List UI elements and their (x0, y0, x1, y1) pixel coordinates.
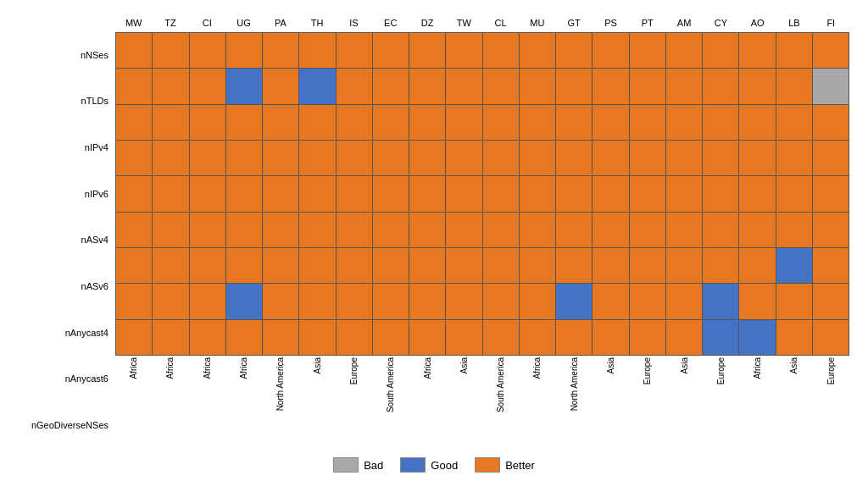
grid-cell (446, 69, 482, 103)
grid-cell (116, 69, 153, 103)
grid-cell (263, 176, 299, 211)
grid-cell (373, 69, 409, 103)
grid-row (116, 213, 849, 248)
grid-cell (630, 176, 666, 211)
grid-cell (373, 248, 409, 283)
x-labels-top: MWTZCIUGPATHISECDZTWCLMUGTPSPTAMCYAOLBFI (115, 14, 849, 32)
grid-cell (666, 33, 703, 68)
grid-cell (409, 105, 446, 140)
legend-label: Bad (364, 459, 383, 472)
grid-cell (666, 141, 703, 175)
grid-cell (116, 33, 153, 68)
grid-cell (813, 33, 849, 68)
legend-color-box (333, 457, 359, 473)
grid-cell (813, 320, 849, 355)
grid-cell (373, 284, 409, 318)
y-label: nAnycast6 (65, 374, 112, 384)
grid-cell (739, 248, 776, 283)
grid-cell (337, 141, 373, 175)
grid-cell (739, 284, 776, 318)
x-label-top: MU (519, 14, 555, 32)
grid-cell (299, 105, 336, 140)
grid-cell (739, 69, 776, 103)
x-label-bottom: Europe (629, 357, 665, 451)
grid-cell (373, 141, 409, 175)
grid-row (116, 248, 849, 284)
x-label-top: GT (556, 14, 593, 32)
grid-cell (739, 105, 776, 140)
x-label-top: PT (629, 14, 665, 32)
y-label: nASv6 (81, 282, 112, 291)
grid-cell (739, 213, 776, 247)
grid-cell (739, 141, 776, 175)
grid-cell (630, 33, 666, 68)
grid-row (116, 33, 849, 69)
grid-cell (446, 284, 482, 318)
y-label: nASv4 (81, 235, 112, 245)
chart-container: nNSesnTLDsnIPv4nIPv6nASv4nASv6nAnycast4n… (19, 8, 849, 473)
grid-row (116, 69, 849, 104)
grid-cell (813, 248, 849, 283)
grid-cell (776, 141, 813, 175)
grid-cell (666, 105, 703, 140)
x-label-top: DZ (409, 14, 445, 32)
y-label: nAnycast4 (65, 329, 112, 338)
grid-cell (630, 213, 666, 247)
grid-cell (703, 105, 739, 140)
grid-cell (593, 141, 629, 175)
grid-cell (373, 320, 409, 355)
grid-cell (153, 284, 189, 318)
grid-cell (337, 105, 373, 140)
grid-cell (813, 105, 849, 140)
grid-cell (739, 320, 776, 355)
grid-cell (483, 248, 520, 283)
grid-cell (409, 176, 446, 211)
legend-label: Good (431, 459, 458, 472)
x-label-bottom: North America (556, 357, 593, 451)
x-label-top: PA (262, 14, 298, 32)
x-label-top: EC (372, 14, 409, 32)
x-label-top: AO (739, 14, 776, 32)
grid-cell (593, 248, 629, 283)
x-label-bottom: Europe (703, 357, 739, 451)
grid-cell (116, 213, 153, 247)
grid-cell (226, 248, 263, 283)
grid-cell (153, 141, 189, 175)
x-label-bottom: Africa (189, 357, 225, 451)
grid-cell (263, 213, 299, 247)
grid-row (116, 105, 849, 141)
grid-cell (190, 176, 226, 211)
x-label-bottom: Europe (813, 357, 849, 451)
grid-cell (337, 284, 373, 318)
x-label-top: TW (446, 14, 482, 32)
grid-cell (409, 284, 446, 318)
grid-row (116, 176, 849, 212)
grid-cell (409, 33, 446, 68)
y-labels: nNSesnTLDsnIPv4nIPv6nASv4nASv6nAnycast4n… (19, 14, 112, 451)
grid-cell (263, 105, 299, 140)
grid-cell (666, 69, 703, 103)
grid-cell (630, 320, 666, 355)
grid-cell (299, 69, 336, 103)
grid-cell (776, 69, 813, 103)
grid-cell (520, 105, 556, 140)
legend-color-box (400, 457, 426, 473)
right-area: MWTZCIUGPATHISECDZTWCLMUGTPSPTAMCYAOLBFI… (115, 14, 849, 451)
x-label-top: LB (776, 14, 812, 32)
grid-cell (409, 320, 446, 355)
grid-cell (446, 176, 482, 211)
grid-cell (299, 213, 336, 247)
grid-cell (703, 176, 739, 211)
x-label-bottom: Africa (519, 357, 555, 451)
grid-area (115, 32, 849, 356)
grid-cell (299, 141, 336, 175)
grid-cell (190, 105, 226, 140)
grid-cell (703, 320, 739, 355)
grid-cell (446, 320, 482, 355)
grid-cell (483, 69, 520, 103)
x-label-top: AM (665, 14, 702, 32)
x-label-top: FI (813, 14, 849, 32)
grid-row (116, 284, 849, 319)
y-label: nNSes (81, 51, 112, 60)
grid-cell (226, 320, 263, 355)
